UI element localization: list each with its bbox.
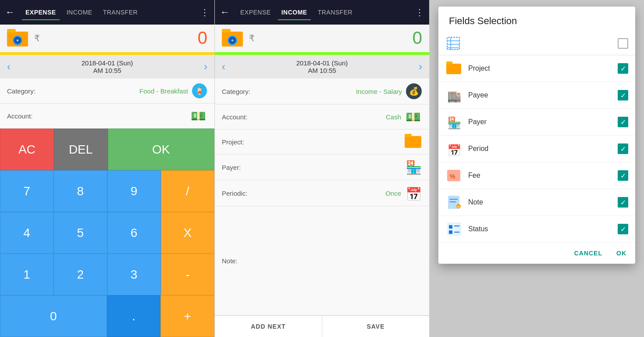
tab-expense-1[interactable]: EXPENSE	[22, 6, 60, 18]
dialog-item-project[interactable]: Project ✓	[438, 55, 635, 82]
note-label-2: Note:	[222, 257, 238, 265]
dialog-select-all-row[interactable]	[438, 32, 635, 55]
btn-multiply[interactable]: X	[161, 212, 214, 254]
folder-icon-1	[7, 29, 29, 47]
dialog-item-period[interactable]: 📅 Period ✓	[438, 136, 635, 162]
account-field-2[interactable]: Account: Cash 💵	[215, 104, 429, 129]
amount-display-1: 0	[198, 28, 207, 48]
period-checkbox[interactable]: ✓	[618, 143, 628, 154]
tab-transfer-2[interactable]: TRANSFER	[314, 6, 356, 18]
status-checkbox[interactable]: ✓	[618, 224, 628, 234]
period-icon: 📅	[445, 140, 463, 158]
note-field-2[interactable]: Note:	[215, 206, 429, 315]
dialog-footer: CANCEL OK	[438, 243, 635, 264]
svg-rect-41	[449, 230, 452, 234]
account-value-2: Cash	[386, 113, 401, 121]
category-value-1: Food - Breakfast	[139, 87, 188, 95]
dialog-item-status[interactable]: Status ✓	[438, 216, 635, 243]
btn-ok[interactable]: OK	[108, 129, 215, 170]
svg-rect-10	[222, 29, 231, 32]
account-field-1[interactable]: Account: 💵	[0, 104, 214, 129]
svg-rect-27	[446, 61, 452, 65]
prev-date-1[interactable]: ‹	[7, 61, 11, 73]
btn-0[interactable]: 0	[0, 295, 107, 337]
btn-1[interactable]: 1	[0, 254, 53, 295]
btn-ac[interactable]: AC	[0, 129, 54, 170]
svg-text:📅: 📅	[447, 143, 462, 156]
btn-9[interactable]: 9	[107, 170, 161, 212]
project-field-2[interactable]: Project:	[215, 129, 429, 154]
select-all-icon	[445, 36, 461, 51]
tab-transfer-1[interactable]: TRANSFER	[100, 6, 141, 18]
payer-label: Payer	[468, 118, 618, 126]
prev-date-2[interactable]: ‹	[222, 61, 225, 73]
dialog-item-note[interactable]: ✏ Note ✓	[438, 189, 635, 216]
tab-expense-2[interactable]: EXPENSE	[237, 6, 274, 18]
expense-date: 2018-04-01 (Sun) AM 10:55	[82, 59, 133, 74]
note-checkbox[interactable]: ✓	[618, 197, 628, 208]
btn-dot[interactable]: .	[107, 295, 161, 337]
category-label-2: Category:	[222, 88, 250, 95]
svg-text:🍹: 🍹	[195, 86, 205, 96]
back-arrow-1[interactable]: ←	[5, 7, 15, 18]
expense-folder-area: ₹	[7, 29, 40, 47]
svg-text:🏬: 🏬	[447, 89, 462, 103]
category-label-1: Category:	[7, 87, 36, 95]
more-icon-1[interactable]: ⋮	[200, 7, 209, 18]
next-date-2[interactable]: ›	[419, 61, 422, 73]
expense-amount-section: ₹ 0	[0, 25, 214, 50]
tab-income-1[interactable]: INCOME	[63, 6, 96, 18]
ok-button[interactable]: OK	[615, 246, 628, 260]
tab-income-2[interactable]: INCOME	[278, 6, 311, 18]
more-icon-2[interactable]: ⋮	[415, 7, 424, 18]
project-checkbox[interactable]: ✓	[618, 63, 628, 74]
svg-rect-18	[405, 134, 412, 137]
btn-plus[interactable]: +	[160, 295, 214, 337]
dialog-item-payee[interactable]: 🏬 Payee ✓	[438, 82, 635, 109]
back-arrow-2[interactable]: ←	[220, 7, 230, 18]
payer-field-2[interactable]: Payer: 🏪	[215, 154, 429, 180]
dialog-item-payer[interactable]: 🏪 Payer ✓	[438, 109, 635, 136]
btn-6[interactable]: 6	[107, 212, 161, 254]
btn-divide[interactable]: /	[161, 170, 214, 212]
btn-del[interactable]: DEL	[54, 129, 108, 170]
income-date: 2018-04-01 (Sun) AM 10:55	[296, 59, 348, 74]
money-icon-2: 💵	[405, 109, 422, 125]
category-value-2: Income - Salary	[356, 88, 402, 95]
category-field-1[interactable]: Category: Food - Breakfast 🍹	[0, 79, 214, 104]
btn-7[interactable]: 7	[0, 170, 53, 212]
btn-3[interactable]: 3	[107, 254, 161, 295]
svg-rect-17	[405, 136, 421, 148]
add-next-button[interactable]: ADD NEXT	[215, 316, 322, 337]
panel-income: ← EXPENSE INCOME TRANSFER ⋮ ₹ 0 ‹ 2018-0…	[215, 0, 430, 337]
income-folder-area: ₹	[222, 29, 255, 47]
income-category-icon: 💰	[406, 83, 422, 100]
next-date-1[interactable]: ›	[204, 61, 207, 73]
payer-checkbox[interactable]: ✓	[618, 117, 628, 127]
save-button[interactable]: SAVE	[322, 316, 429, 337]
expense-date-section: ‹ 2018-04-01 (Sun) AM 10:55 ›	[0, 55, 214, 79]
numpad-1: AC DEL OK 7 8 9 / 4 5 6 X 1 2 3	[0, 129, 214, 337]
btn-8[interactable]: 8	[53, 170, 107, 212]
currency-symbol-1: ₹	[34, 33, 40, 43]
btn-2[interactable]: 2	[53, 254, 107, 295]
btn-minus[interactable]: -	[161, 254, 214, 295]
btn-5[interactable]: 5	[53, 212, 107, 254]
btn-4[interactable]: 4	[0, 212, 53, 254]
drink-icon-1: 🍹	[192, 83, 207, 99]
fee-icon: %	[445, 167, 463, 184]
status-label: Status	[468, 225, 618, 233]
payee-checkbox[interactable]: ✓	[618, 90, 628, 100]
dialog-item-fee[interactable]: % Fee ✓	[438, 162, 635, 189]
fee-checkbox[interactable]: ✓	[618, 170, 628, 181]
select-all-checkbox[interactable]	[618, 38, 628, 49]
project-label-2: Project:	[222, 138, 244, 146]
panel-expense: ← EXPENSE INCOME TRANSFER ⋮ ₹ 0 ‹	[0, 0, 215, 337]
cancel-button[interactable]: CANCEL	[573, 246, 604, 260]
svg-text:💵: 💵	[406, 110, 421, 124]
expense-header: ← EXPENSE INCOME TRANSFER ⋮	[0, 0, 214, 25]
expense-tabs: EXPENSE INCOME TRANSFER	[22, 6, 193, 18]
periodic-field-2[interactable]: Periodic: Once 📅	[215, 180, 429, 206]
status-icon	[445, 220, 463, 238]
category-field-2[interactable]: Category: Income - Salary 💰	[215, 79, 429, 104]
